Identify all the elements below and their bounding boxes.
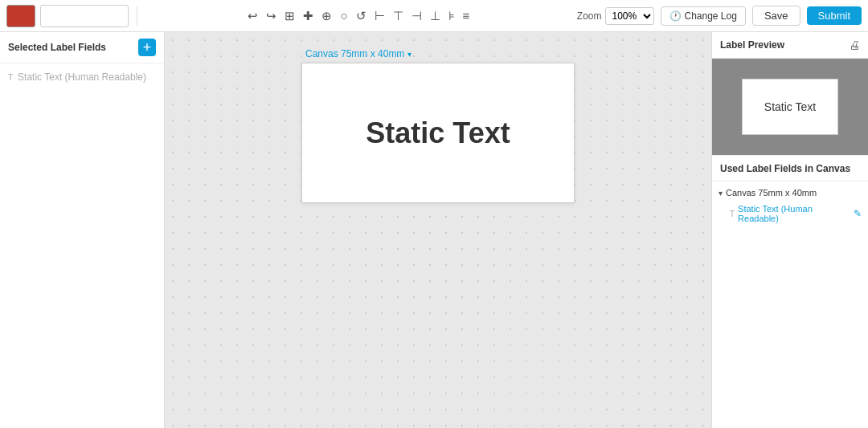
used-canvas-label: Canvas 75mm x 40mm [726,188,817,198]
zoom-box: Zoom 100% 75% 50% 150% [577,7,654,25]
canvas-box[interactable]: Static Text [301,63,575,203]
used-fields-title: Used Label Fields in Canvas [720,163,850,174]
toolbar-separator [137,6,137,26]
distribute-v-icon[interactable]: ≡ [463,9,470,22]
sidebar-header: Selected Label Fields + [0,32,164,63]
label-preview-inner: Static Text [742,79,838,135]
undo-icon[interactable]: ↩ [248,9,258,23]
circle-icon[interactable]: ○ [340,9,347,22]
clock-icon: 🕐 [669,10,682,22]
align-left-icon[interactable]: ⊢ [375,9,385,23]
used-field-type-icon: T [730,210,735,218]
edit-field-icon[interactable]: ✎ [854,208,862,219]
canvas-dropdown-icon[interactable]: ▾ [407,50,411,59]
sidebar-title: Selected Label Fields [8,42,106,53]
preview-title: Label Preview [720,39,784,51]
used-field-label: Static Text (Human Readable) [738,204,854,223]
canvas-label-row: Canvas 75mm x 40mm ▾ [305,48,411,59]
used-fields-list: ▾ Canvas 75mm x 40mm T Static Text (Huma… [712,181,868,230]
text-type-icon: T [8,73,13,82]
list-item[interactable]: T Static Text (Human Readable) [0,68,164,86]
canvas-static-text: Static Text [366,116,510,150]
distribute-h-icon[interactable]: ⊧ [448,9,455,23]
right-panel: Label Preview 🖨 Static Text Used Label F… [711,32,868,428]
used-canvas-item[interactable]: ▾ Canvas 75mm x 40mm [712,185,868,201]
used-fields-header: Used Label Fields in Canvas [712,155,868,181]
align-right-icon[interactable]: ⊣ [411,9,422,23]
used-field-left: T Static Text (Human Readable) [730,204,854,223]
preview-header: Label Preview 🖨 [712,32,868,59]
canvas-area[interactable]: Canvas 75mm x 40mm ▾ Static Text [165,32,711,428]
print-icon[interactable]: 🖨 [849,39,860,51]
submit-button[interactable]: Submit [807,6,862,25]
label-name-input[interactable] [40,5,129,27]
link-icon[interactable]: ⊕ [321,9,332,23]
grid-icon[interactable]: ⊞ [285,9,295,23]
preview-static-text: Static Text [764,100,816,113]
toolbar-right: Zoom 100% 75% 50% 150% 🕐 Change Log Save… [577,6,862,26]
align-top-icon[interactable]: ⊥ [430,9,440,23]
chevron-down-icon: ▾ [719,189,723,198]
label-preview-box: Static Text [712,59,868,155]
zoom-label: Zoom [577,10,602,22]
toolbar-left [6,5,129,27]
label-color-box[interactable] [6,5,35,27]
toolbar: ↩ ↪ ⊞ ✚ ⊕ ○ ↺ ⊢ ⊤ ⊣ ⊥ ⊧ ≡ Zoom 100% 75% … [0,0,868,32]
redo-icon[interactable]: ↪ [266,9,276,23]
main-area: Selected Label Fields + T Static Text (H… [0,32,868,428]
save-button[interactable]: Save [752,6,800,26]
zoom-select[interactable]: 100% 75% 50% 150% [605,7,654,25]
align-center-icon[interactable]: ⊤ [393,9,403,23]
add-field-button[interactable]: + [138,39,156,56]
sidebar-item-label: Static Text (Human Readable) [18,71,146,83]
sidebar: Selected Label Fields + T Static Text (H… [0,32,165,428]
canvas-size-label[interactable]: Canvas 75mm x 40mm [305,48,404,59]
used-field-item[interactable]: T Static Text (Human Readable) ✎ [712,201,868,226]
change-log-button[interactable]: 🕐 Change Log [661,6,746,26]
rotate-icon[interactable]: ↺ [356,9,366,23]
toolbar-icons-group: ↩ ↪ ⊞ ✚ ⊕ ○ ↺ ⊢ ⊤ ⊣ ⊥ ⊧ ≡ [145,9,572,23]
sidebar-list: T Static Text (Human Readable) [0,63,164,91]
add-icon[interactable]: ✚ [303,9,313,23]
